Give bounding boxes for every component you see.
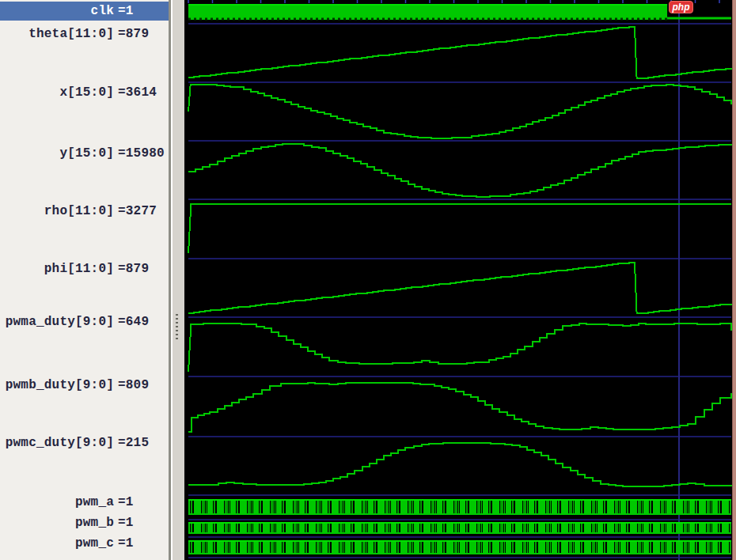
vertical-scrollbar[interactable]	[732, 0, 736, 560]
wave-trace-rho-11-0-	[188, 204, 731, 253]
signal-row-y-15-0-[interactable]: y[15:0]=15980	[0, 145, 169, 162]
wave-trace-pwm_c	[188, 540, 731, 554]
wave-trace-phi-11-0-	[188, 262, 731, 313]
wave-viewer-window: clk=1theta[11:0]=879x[15:0]=3614y[15:0]=…	[0, 0, 736, 560]
signal-name-label: clk	[0, 2, 114, 21]
wave-trace-y-15-0-	[188, 144, 731, 197]
signal-row-x-15-0-[interactable]: x[15:0]=3614	[0, 84, 169, 101]
wave-trace-pwm_b	[188, 522, 731, 534]
signal-name-label: pwmb_duty[9:0]	[0, 376, 114, 394]
waveform-canvas[interactable]	[184, 0, 732, 560]
signal-row-pwmc_duty-9-0-[interactable]: pwmc_duty[9:0]=215	[0, 434, 169, 452]
wave-trace-pwmc_duty-9-0-	[188, 443, 731, 487]
wave-trace-pwma_duty-9-0-	[188, 324, 731, 372]
signal-row-pwm_a[interactable]: pwm_a=1	[0, 494, 169, 511]
wave-trace-pwmb_duty-9-0-	[188, 383, 731, 432]
signal-row-pwmb_duty-9-0-[interactable]: pwmb_duty[9:0]=809	[0, 376, 169, 394]
signal-value-label: =879	[118, 27, 149, 41]
signal-value-label: =809	[118, 378, 149, 392]
signal-row-phi-11-0-[interactable]: phi[11:0]=879	[0, 260, 169, 278]
signal-value-label: =879	[118, 262, 149, 276]
signal-row-rho-11-0-[interactable]: rho[11:0]=3277	[0, 202, 169, 220]
signal-row-pwm_c[interactable]: pwm_c=1	[0, 535, 169, 552]
signal-name-label: pwm_c	[0, 535, 114, 552]
signal-value-label: =215	[118, 436, 149, 450]
signal-value-label: =3277	[118, 204, 157, 218]
signal-value-label: =1	[118, 536, 134, 551]
signal-value-label: =3614	[118, 85, 157, 100]
wave-trace-theta-11-0-	[188, 26, 731, 78]
signal-row-pwma_duty-9-0-[interactable]: pwma_duty[9:0]=649	[0, 313, 169, 331]
signal-row-pwm_b[interactable]: pwm_b=1	[0, 514, 169, 532]
signal-name-panel: clk=1theta[11:0]=879x[15:0]=3614y[15:0]=…	[0, 0, 169, 560]
signal-name-label: pwm_a	[0, 494, 114, 511]
signal-value-label: =1	[118, 516, 134, 530]
signal-name-label: pwm_b	[0, 514, 114, 532]
php-logo-badge: php	[669, 1, 693, 13]
signal-value-label: =1	[118, 4, 134, 18]
signal-name-label: y[15:0]	[0, 145, 114, 162]
splitter-grip-icon[interactable]	[176, 314, 178, 341]
wave-trace-pwm_a	[188, 499, 731, 515]
signal-name-label: phi[11:0]	[0, 260, 114, 278]
signal-name-label: pwmc_duty[9:0]	[0, 434, 114, 452]
signal-value-label: =15980	[118, 146, 165, 161]
signal-name-label: pwma_duty[9:0]	[0, 313, 114, 331]
wave-trace-clk	[188, 4, 731, 20]
signal-name-label: theta[11:0]	[0, 25, 114, 43]
signal-row-theta-11-0-[interactable]: theta[11:0]=879	[0, 25, 169, 43]
signal-name-label: rho[11:0]	[0, 202, 114, 220]
signal-row-clk[interactable]: clk=1	[0, 2, 169, 21]
wave-trace-x-15-0-	[188, 85, 731, 138]
signal-value-label: =1	[118, 495, 134, 509]
signal-name-label: x[15:0]	[0, 84, 114, 101]
signal-value-label: =649	[118, 315, 149, 329]
